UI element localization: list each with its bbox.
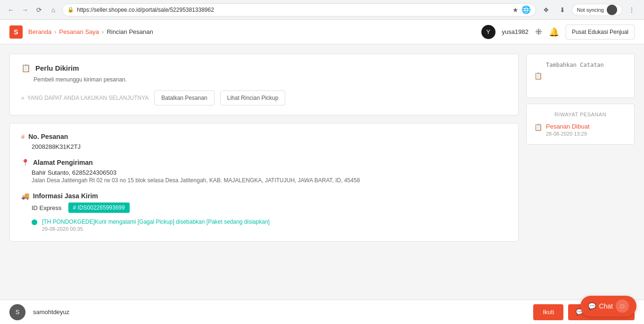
shipping-label-row: 📍 Alamat Pengiriman	[21, 159, 507, 166]
menu-button[interactable]: ⋮	[625, 3, 638, 16]
next-steps-text: YANG DAPAT ANDA LAKUKAN SELANJUTNYA	[27, 95, 149, 101]
note-input[interactable]	[546, 62, 627, 90]
header-right: Y yusa1982 ⁜ 🔔 Pusat Edukasi Penjual	[481, 24, 635, 40]
main-layout: 📋 Perlu Dikirim Pembeli menunggu kiriman…	[0, 44, 644, 324]
follow-button[interactable]: Ikuti	[533, 304, 563, 320]
star-icon[interactable]: ★	[512, 6, 519, 14]
cancel-order-button[interactable]: Batalkan Pesanan	[154, 90, 214, 105]
breadcrumb-sep-1: ›	[54, 28, 56, 35]
lock-icon: 🔒	[67, 7, 74, 13]
recipient-name-phone: Bahir Sutanto, 6285224306503	[21, 169, 507, 176]
tracking-event: [TH PONDOKGEDE]Kurir mengalami [Gagal Pi…	[21, 219, 507, 232]
seller-username: samohtdeyuz	[33, 308, 69, 316]
sync-button[interactable]: Not syncing	[572, 4, 622, 16]
location-icon: 📍	[21, 159, 29, 166]
courier-name: ID Express	[32, 204, 62, 211]
chevron-double-icon: »	[21, 95, 25, 101]
shipping-address-section: 📍 Alamat Pengiriman Bahir Sutanto, 62852…	[21, 159, 507, 184]
chat-fab-button[interactable]: 💬 Chat □	[580, 296, 636, 316]
order-number-label: No. Pesanan	[28, 133, 68, 140]
header-username: yusa1982	[502, 28, 528, 35]
expand-icon: □	[616, 300, 629, 313]
shipping-label: Alamat Pengiriman	[33, 159, 93, 166]
status-title: Perlu Dikirim	[35, 64, 79, 72]
history-details: Pesanan Dibuat 28-08-2020 13:29	[546, 123, 590, 137]
history-icon: 📋	[534, 123, 542, 131]
breadcrumb: Beranda › Pesanan Saya › Rincian Pesanan	[28, 28, 153, 35]
seller-avatar: S	[9, 304, 25, 320]
status-card: 📋 Perlu Dikirim Pembeli menunggu kiriman…	[9, 54, 519, 115]
right-sidebar: 📋 RIWAYAT PESANAN 📋 Pesanan Dibuat 28-08…	[526, 54, 635, 315]
home-button[interactable]: ⌂	[48, 5, 58, 15]
globe-icon[interactable]: 🌐	[521, 5, 531, 14]
breadcrumb-sep-2: ›	[102, 28, 104, 35]
left-content: 📋 Perlu Dikirim Pembeli menunggu kiriman…	[9, 54, 519, 315]
note-icon: 📋	[534, 72, 542, 80]
profile-avatar-chrome	[607, 5, 617, 15]
browser-chrome: ← → ⟳ ⌂ 🔒 https://seller.shopee.co.id/po…	[0, 0, 644, 20]
view-pickup-button[interactable]: Lihat Rincian Pickup	[220, 90, 286, 105]
status-icon: 📋	[21, 64, 31, 73]
downloads-button[interactable]: ⬇	[556, 3, 569, 16]
browser-actions: ❖ ⬇ Not syncing ⋮	[540, 3, 638, 16]
shopee-header: S Beranda › Pesanan Saya › Rincian Pesan…	[0, 20, 644, 44]
back-button[interactable]: ←	[6, 5, 16, 15]
sync-label: Not syncing	[577, 7, 604, 13]
extensions-button[interactable]: ❖	[540, 3, 553, 16]
order-number-value: 2008288K31K2TJ	[21, 143, 507, 150]
courier-row: ID Express # IDS002265993699	[21, 202, 507, 213]
url-text: https://seller.shopee.co.id/portal/sale/…	[77, 7, 510, 13]
order-number-section: # No. Pesanan 2008288K31K2TJ	[21, 133, 507, 150]
chat-fab-label: Chat	[599, 302, 613, 310]
note-header: 📋	[534, 62, 627, 90]
tracking-event-time: 29-08-2020 00:35	[42, 226, 270, 232]
history-event-time: 28-08-2020 13:29	[546, 131, 590, 137]
shopee-logo: S	[9, 25, 23, 39]
tracking-event-text: [TH PONDOKGEDE]Kurir mengalami [Gagal Pi…	[42, 219, 270, 225]
courier-label-row: 🚚 Informasi Jasa Kirim	[21, 192, 507, 200]
tracking-badge: # IDS002265993699	[68, 202, 130, 213]
forward-button[interactable]: →	[20, 5, 30, 15]
add-note-card: 📋	[526, 54, 635, 98]
order-number-label-row: # No. Pesanan	[21, 133, 507, 140]
address-bar[interactable]: 🔒 https://seller.shopee.co.id/portal/sal…	[62, 3, 536, 16]
order-info-card: # No. Pesanan 2008288K31K2TJ 📍 Alamat Pe…	[9, 123, 519, 242]
breadcrumb-orders[interactable]: Pesanan Saya	[59, 28, 99, 35]
edu-center-button[interactable]: Pusat Edukasi Penjual	[566, 24, 635, 40]
tracking-details: [TH PONDOKGEDE]Kurir mengalami [Gagal Pi…	[42, 219, 270, 232]
user-avatar: Y	[481, 25, 495, 39]
chat-fab-icon: 💬	[588, 302, 596, 310]
status-actions: » YANG DAPAT ANDA LAKUKAN SELANJUTNYA Ba…	[21, 90, 507, 105]
status-description: Pembeli menunggu kiriman pesanan.	[21, 76, 507, 83]
bell-icon[interactable]: 🔔	[549, 27, 559, 37]
next-steps-label: » YANG DAPAT ANDA LAKUKAN SELANJUTNYA	[21, 95, 149, 101]
history-event-label: Pesanan Dibuat	[546, 123, 590, 130]
breadcrumb-home[interactable]: Beranda	[28, 28, 51, 35]
courier-info-section: 🚚 Informasi Jasa Kirim ID Express # IDS0…	[21, 192, 507, 232]
tracking-dot	[32, 219, 37, 225]
bottom-bar: S samohtdeyuz Ikuti 💬 Chat Sekarang	[0, 300, 644, 324]
order-history-card: RIWAYAT PESANAN 📋 Pesanan Dibuat 28-08-2…	[526, 104, 635, 145]
courier-label: Informasi Jasa Kirim	[33, 192, 98, 200]
shipping-address-text: Jalan Desa Jatitengah Rt 02 rw 03 no 15 …	[21, 177, 507, 184]
seller-avatar-placeholder: S	[9, 304, 25, 320]
truck-icon: 🚚	[21, 192, 29, 200]
history-item: 📋 Pesanan Dibuat 28-08-2020 13:29	[534, 123, 627, 137]
reload-button[interactable]: ⟳	[34, 5, 44, 15]
status-card-header: 📋 Perlu Dikirim	[21, 64, 507, 73]
history-section-title: RIWAYAT PESANAN	[534, 112, 627, 117]
breadcrumb-current: Rincian Pesanan	[107, 28, 153, 35]
grid-icon[interactable]: ⁜	[535, 27, 542, 37]
order-number-icon: #	[21, 133, 25, 140]
